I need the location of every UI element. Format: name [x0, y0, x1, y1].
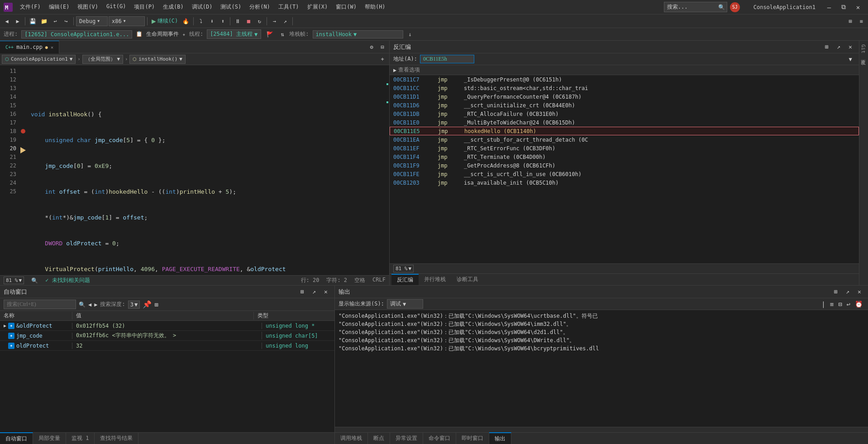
- stack-dropdown[interactable]: installHook ▼: [313, 30, 403, 38]
- undo-button[interactable]: ↩: [50, 16, 60, 26]
- disasm-zoom-dropdown[interactable]: 81 % ▼: [393, 265, 414, 272]
- step-over-button[interactable]: ⤵: [196, 16, 206, 26]
- forward-button[interactable]: ▶: [13, 16, 23, 26]
- menu-analyze[interactable]: 分析(N): [246, 1, 274, 13]
- search-box[interactable]: 搜索... 🔍: [664, 2, 727, 12]
- output-clock-button[interactable]: ⏰: [853, 300, 864, 309]
- add-context-button[interactable]: +: [377, 54, 387, 64]
- btab-immediate[interactable]: 即时窗口: [456, 432, 489, 444]
- hot-reload-button[interactable]: 🔥: [181, 16, 191, 26]
- btab-exceptions[interactable]: 异常设置: [390, 432, 423, 444]
- run-to-click-button[interactable]: ↗: [280, 16, 290, 26]
- tab-parallel-stack[interactable]: 并行堆栈: [419, 274, 451, 286]
- disasm-pin-button[interactable]: ⊞: [822, 42, 832, 52]
- pin-icon[interactable]: 📌: [143, 300, 152, 309]
- output-filter-button[interactable]: ≡: [828, 300, 835, 309]
- btab-command[interactable]: 命令窗口: [423, 432, 456, 444]
- editor-settings-button[interactable]: ⚙: [367, 42, 377, 52]
- rst-git[interactable]: Git 更改: [858, 41, 868, 285]
- platform-dropdown[interactable]: x86 ▼: [109, 16, 145, 26]
- menu-test[interactable]: 测试(S): [217, 1, 245, 13]
- menu-project[interactable]: 项目(P): [130, 1, 158, 13]
- menu-build[interactable]: 生成(B): [159, 1, 187, 13]
- options-expand[interactable]: ▶: [393, 67, 396, 73]
- filter-icon[interactable]: ⊞: [154, 301, 158, 308]
- next-stmt-button[interactable]: →: [269, 16, 279, 26]
- btab-locals[interactable]: 局部变量: [33, 432, 66, 444]
- menu-file[interactable]: 文件(F): [16, 1, 44, 13]
- menu-view[interactable]: 视图(V): [74, 1, 102, 13]
- breakpoint-19[interactable]: [21, 129, 25, 134]
- disasm-table[interactable]: 00CB11C7 jmp _IsDebuggerPresent@0 (0C615…: [390, 75, 859, 263]
- stack-nav-button[interactable]: ⇓: [407, 31, 414, 38]
- auto-close-button[interactable]: ✕: [321, 287, 331, 297]
- scope-func-dropdown[interactable]: ⬡ installHook() ▼: [129, 55, 186, 64]
- search-icon-btn[interactable]: 🔍: [31, 277, 38, 284]
- step-out-button[interactable]: ⬆: [218, 16, 228, 26]
- depth-dropdown[interactable]: 3 ▼: [128, 301, 140, 309]
- output-clear-button[interactable]: ⊟: [836, 300, 844, 309]
- addr-settings-button[interactable]: ▼: [845, 54, 855, 64]
- menu-edit[interactable]: 编辑(E): [45, 1, 73, 13]
- addr-input[interactable]: [420, 55, 474, 63]
- scope-global-dropdown[interactable]: （全局范围） ▼: [82, 55, 124, 64]
- menu-debug[interactable]: 调试(D): [188, 1, 216, 13]
- save-button[interactable]: 💾: [28, 16, 38, 26]
- tab-maincpp[interactable]: C++ main.cpp ● ✕: [0, 41, 59, 53]
- menu-extensions[interactable]: 扩展(X): [304, 1, 332, 13]
- layout-button[interactable]: ⊞: [845, 16, 855, 26]
- disasm-close-button[interactable]: ✕: [845, 42, 855, 52]
- back-button[interactable]: ◀: [2, 16, 12, 26]
- lifecycle-button[interactable]: 📋 生命周期事件: [136, 30, 178, 38]
- output-source-dropdown[interactable]: 调试 ▼: [387, 299, 423, 309]
- pause-button[interactable]: ⏸: [233, 16, 243, 26]
- auto-pin-button[interactable]: ⊞: [297, 287, 307, 297]
- redo-button[interactable]: ↪: [61, 16, 71, 26]
- auto-search-input[interactable]: [4, 300, 76, 309]
- menu-help[interactable]: 帮助(H): [361, 1, 389, 13]
- close-button[interactable]: ✕: [852, 3, 864, 12]
- thread-dropdown[interactable]: [25484] 主线程 ▼: [207, 29, 261, 39]
- menu-window[interactable]: 窗口(W): [332, 1, 360, 13]
- step-into-button[interactable]: ⬇: [207, 16, 217, 26]
- process-dropdown[interactable]: [12652] ConsoleApplication1.e...: [21, 30, 132, 38]
- btab-output[interactable]: 输出: [489, 432, 511, 444]
- menu-git[interactable]: Git(G): [103, 1, 129, 13]
- btab-breakpoints[interactable]: 断点: [368, 432, 390, 444]
- btab-watch1[interactable]: 监视 1: [66, 432, 95, 444]
- thread-nav-button[interactable]: ⇅: [279, 31, 286, 38]
- restart-button[interactable]: ↻: [254, 16, 264, 26]
- chevron-down-icon: ▼: [134, 301, 138, 308]
- output-pin-button[interactable]: ⊞: [831, 287, 841, 297]
- tab-disasm[interactable]: 反汇编: [391, 274, 419, 286]
- btab-find-symbol[interactable]: 查找符号结果: [95, 432, 138, 444]
- btab-auto[interactable]: 自动窗口: [0, 432, 33, 444]
- output-close-button[interactable]: ✕: [854, 287, 864, 297]
- zoom-dropdown[interactable]: 81 % ▼: [4, 277, 24, 284]
- output-hscroll[interactable]: [335, 427, 868, 432]
- output-popout-button[interactable]: ↗: [843, 287, 853, 297]
- btab-callstack[interactable]: 调用堆栈: [335, 432, 368, 444]
- continue-button[interactable]: ▶ 继续(C): [150, 16, 180, 26]
- disasm-popout-button[interactable]: ↗: [834, 42, 844, 52]
- split-editor-button[interactable]: ⊟: [377, 42, 387, 52]
- menu-tools[interactable]: 工具(T): [275, 1, 303, 13]
- maximize-button[interactable]: ⧉: [837, 3, 850, 12]
- more-button[interactable]: ≡: [856, 16, 866, 26]
- tab-close-button[interactable]: ✕: [51, 45, 53, 50]
- output-pipe-button[interactable]: |: [820, 300, 827, 309]
- code-editor[interactable]: void installHook() { unsigned char jmp_c…: [27, 65, 384, 275]
- user-avatar[interactable]: SJ: [730, 2, 740, 12]
- tab-diagnostic[interactable]: 诊断工具: [451, 274, 484, 286]
- flag-button[interactable]: 🚩: [265, 31, 275, 38]
- stop-button[interactable]: ■: [243, 16, 253, 26]
- minimize-button[interactable]: —: [823, 3, 835, 12]
- open-button[interactable]: 📁: [39, 16, 49, 26]
- debug-config-dropdown[interactable]: Debug ▼: [76, 16, 108, 26]
- search-next-button[interactable]: ▶: [94, 301, 97, 308]
- expand-arrow-1[interactable]: ▶: [4, 323, 6, 328]
- output-wordwrap-button[interactable]: ↩: [845, 300, 852, 309]
- scope-project-dropdown[interactable]: ⬡ ConsoleApplication1 ▼: [2, 55, 76, 64]
- search-prev-button[interactable]: ◀: [88, 301, 91, 308]
- auto-popout-button[interactable]: ↗: [309, 287, 319, 297]
